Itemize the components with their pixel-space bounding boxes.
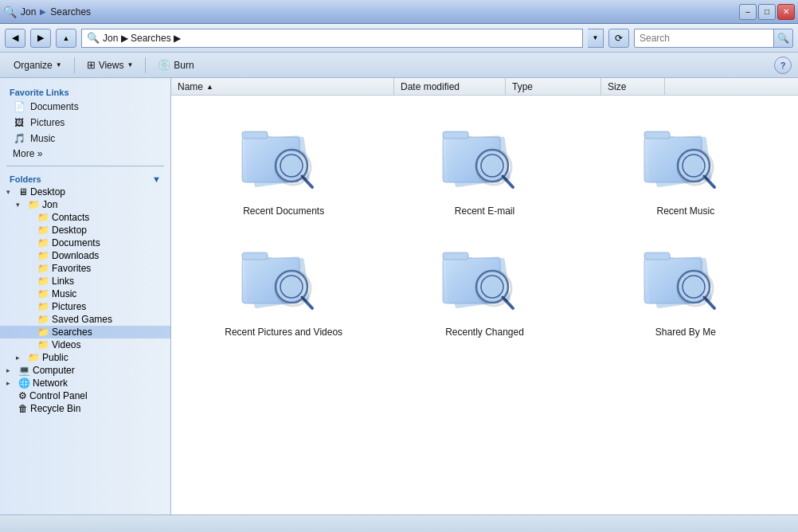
address-dropdown-button[interactable]: ▼	[588, 29, 604, 48]
tree-cp-label: Control Panel	[29, 390, 88, 401]
col-date-label: Date modified	[401, 81, 460, 92]
tree-item-computer[interactable]: ▸ 💻 Computer	[0, 364, 170, 377]
tree-item-videos[interactable]: 📁 Videos	[0, 338, 170, 351]
tree-rb-icon: 🗑	[18, 403, 28, 414]
svg-point-63	[683, 276, 705, 298]
tree-downloads-icon: 📁	[37, 250, 49, 261]
organize-button[interactable]: Organize ▼	[6, 55, 69, 76]
tree-item-downloads[interactable]: 📁 Downloads	[0, 249, 170, 262]
expand-arrow-public: ▸	[16, 354, 25, 362]
refresh-button[interactable]: ⟳	[608, 29, 629, 48]
toolbar-separator-1	[74, 57, 75, 73]
tree-network-label: Network	[33, 377, 68, 389]
tree-music-label: Music	[52, 288, 76, 299]
tree-public-label: Public	[42, 352, 68, 363]
tree-item-links[interactable]: 📁 Links	[0, 275, 170, 288]
list-item[interactable]: Shared By Me	[589, 233, 782, 346]
list-item[interactable]: Recent E-mail	[388, 111, 581, 225]
sidebar-item-more[interactable]: More »	[0, 147, 170, 161]
pictures-icon: 🖼	[13, 116, 25, 129]
sidebar-item-documents[interactable]: 📄 Documents	[0, 99, 170, 115]
folders-header[interactable]: Folders ▼	[0, 171, 170, 186]
help-button[interactable]: ?	[774, 57, 792, 74]
path-arrow-1: ▶	[40, 7, 46, 16]
tree-item-jon[interactable]: ▾ 📁 Jon	[0, 198, 170, 211]
tree-item-network[interactable]: ▸ 🌐 Network	[0, 377, 170, 389]
tree-item-control-panel[interactable]: ⚙ Control Panel	[0, 389, 170, 402]
views-button[interactable]: ⊞ Views ▼	[80, 55, 141, 76]
sidebar-item-music[interactable]: 🎵 Music	[0, 131, 170, 147]
tree-item-searches[interactable]: 📁 Searches	[0, 326, 170, 338]
file-icon-recent-email	[436, 119, 532, 199]
expand-arrow-computer: ▸	[6, 366, 16, 374]
tree-contacts-icon: 📁	[37, 212, 49, 223]
expand-arrow-desktop: ▾	[6, 188, 16, 196]
search-submit-button[interactable]: 🔍	[773, 29, 792, 47]
burn-label: Burn	[174, 60, 194, 71]
tree-item-saved-games[interactable]: 📁 Saved Games	[0, 313, 170, 326]
column-headers: Name ▲ Date modified Type Size	[171, 78, 798, 96]
tree-searches-label: Searches	[52, 327, 92, 338]
title-bar-path: 🔍 Jon ▶ Searches	[3, 6, 93, 18]
tree-item-music[interactable]: 📁 Music	[0, 288, 170, 300]
search-input[interactable]	[635, 29, 773, 47]
tree-documents-label: Documents	[52, 237, 100, 248]
documents-icon: 📄	[13, 100, 25, 113]
tree-item-contacts[interactable]: 📁 Contacts	[0, 211, 170, 224]
svg-rect-49	[443, 252, 468, 260]
maximize-button[interactable]: □	[758, 4, 776, 20]
tree-searches-icon: 📁	[37, 327, 49, 338]
tree-links-icon: 📁	[37, 276, 49, 287]
col-header-size[interactable]: Size	[601, 78, 665, 95]
toolbar: Organize ▼ ⊞ Views ▼ 💿 Burn ?	[0, 53, 798, 78]
sidebar-music-label: Music	[30, 133, 55, 144]
tree-music-icon: 📁	[37, 288, 49, 299]
tree-desktop-icon: 🖥	[18, 186, 28, 198]
list-item[interactable]: Recently Changed	[388, 233, 581, 346]
status-bar	[0, 514, 798, 532]
views-arrow: ▼	[127, 61, 133, 68]
sidebar-more-label: More »	[13, 148, 42, 159]
expand-arrow-jon: ▾	[16, 201, 25, 209]
tree-jon-icon: 📁	[28, 199, 40, 210]
col-header-type[interactable]: Type	[506, 78, 601, 95]
col-name-label: Name	[178, 81, 203, 92]
list-item[interactable]: Recent Documents	[187, 111, 380, 225]
organize-label: Organize	[14, 60, 53, 71]
tree-videos-icon: 📁	[37, 339, 49, 350]
tree-videos-label: Videos	[52, 339, 80, 350]
views-label: Views	[99, 60, 124, 71]
file-icon-recent-documents	[236, 119, 331, 199]
file-label-recently-changed: Recently Changed	[445, 327, 524, 338]
tree-item-public[interactable]: ▸ 📁 Public	[0, 351, 170, 364]
file-icon-shared-by-me	[638, 241, 733, 320]
tree-item-pictures[interactable]: 📁 Pictures	[0, 300, 170, 313]
list-item[interactable]: Recent Music	[589, 111, 782, 225]
tree-links-label: Links	[52, 276, 74, 287]
sidebar-item-pictures[interactable]: 🖼 Pictures	[0, 115, 170, 131]
close-button[interactable]: ✕	[777, 4, 795, 20]
burn-button[interactable]: 💿 Burn	[151, 55, 201, 76]
col-header-date[interactable]: Date modified	[394, 78, 506, 95]
tree-favorites-label: Favorites	[52, 263, 91, 274]
tree-item-recycle-bin[interactable]: 🗑 Recycle Bin	[0, 402, 170, 415]
back-button[interactable]: ◀	[5, 29, 25, 48]
tree-item-documents[interactable]: 📁 Documents	[0, 237, 170, 249]
tree-network-icon: 🌐	[18, 377, 30, 389]
col-header-name[interactable]: Name ▲	[171, 78, 394, 95]
list-item[interactable]: Recent Pictures and Videos	[187, 233, 380, 346]
svg-point-41	[280, 276, 303, 298]
tree-item-desktop2[interactable]: 📁 Desktop	[0, 224, 170, 237]
tree-pictures-icon: 📁	[37, 301, 49, 312]
tree-documents-icon: 📁	[37, 237, 49, 248]
minimize-button[interactable]: –	[739, 4, 757, 20]
up-button[interactable]: ▲	[56, 29, 76, 48]
forward-button[interactable]: ▶	[30, 29, 51, 48]
favorite-links-title: Favorite Links	[0, 84, 170, 99]
tree-item-favorites[interactable]: 📁 Favorites	[0, 262, 170, 275]
tree-item-desktop[interactable]: ▾ 🖥 Desktop	[0, 186, 170, 198]
svg-point-30	[683, 155, 705, 177]
toolbar-right: ?	[774, 57, 792, 74]
toolbar-separator-2	[145, 57, 146, 73]
address-text: Jon ▶ Searches ▶	[103, 33, 181, 44]
